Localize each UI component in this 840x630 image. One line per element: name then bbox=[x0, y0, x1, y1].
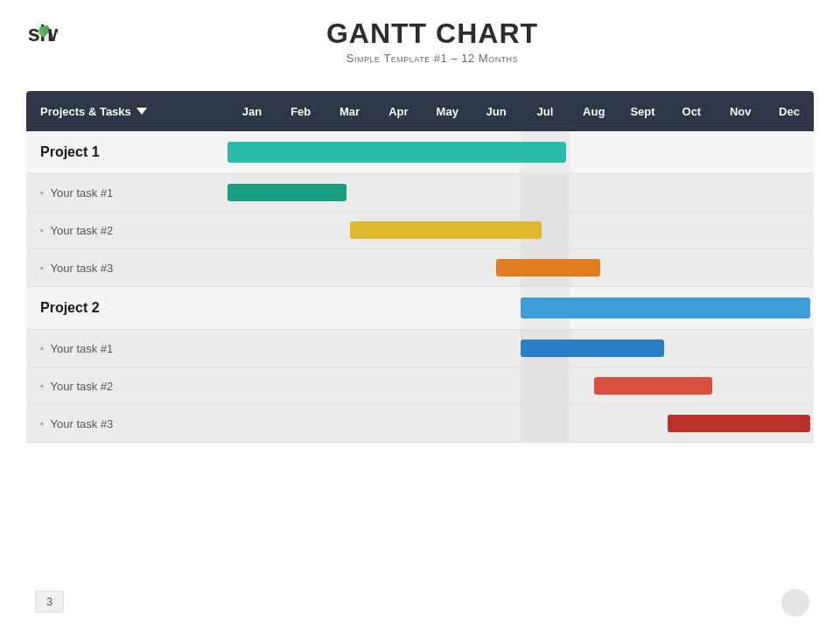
shade-col bbox=[521, 405, 570, 442]
title-block: Gantt Chart Simple Template #1 – 12 Mont… bbox=[60, 18, 805, 65]
svg-text:weet: weet bbox=[47, 21, 58, 46]
bullet-icon: • bbox=[40, 382, 44, 391]
project-bars bbox=[228, 131, 814, 173]
task-row: • Your task #2 bbox=[26, 368, 814, 405]
header: sh weet Gantt Chart Simple Template #1 –… bbox=[0, 0, 840, 74]
page-number: 3 bbox=[35, 591, 64, 612]
logo: sh weet bbox=[26, 18, 60, 49]
watermark bbox=[781, 589, 809, 617]
month-header-nov: Nov bbox=[716, 105, 765, 118]
task-label: • Your task #3 bbox=[26, 417, 228, 430]
project-row-1: Project 1 bbox=[26, 131, 814, 174]
shade-col bbox=[521, 368, 570, 404]
bullet-icon: • bbox=[40, 226, 44, 235]
task-bar bbox=[594, 377, 713, 395]
gantt-container: Projects & Tasks JanFebMarAprMayJunJulAu… bbox=[26, 91, 814, 443]
task-bars-container bbox=[228, 405, 814, 442]
month-header-jul: Jul bbox=[521, 105, 570, 118]
task-bar bbox=[521, 340, 664, 357]
month-header-oct: Oct bbox=[667, 105, 716, 118]
bullet-icon: • bbox=[40, 344, 44, 354]
task-label: • Your task #1 bbox=[26, 342, 228, 355]
projects-tasks-label: Projects & Tasks bbox=[40, 105, 131, 118]
task-label: • Your task #2 bbox=[26, 380, 228, 393]
bullet-icon: • bbox=[40, 263, 44, 273]
month-header-jan: Jan bbox=[228, 105, 276, 118]
month-header-apr: Apr bbox=[374, 105, 423, 118]
task-label: • Your task #2 bbox=[26, 224, 228, 237]
chart-title: Gantt Chart bbox=[60, 18, 805, 50]
shade-col bbox=[521, 174, 570, 211]
month-header-may: May bbox=[423, 105, 472, 118]
task-bars-container bbox=[228, 174, 814, 211]
filter-icon[interactable] bbox=[136, 108, 147, 115]
month-header-feb: Feb bbox=[276, 105, 326, 118]
project-row-2: Project 2 bbox=[26, 287, 814, 330]
gantt-body: Project 1• Your task #1• Your task #2• Y… bbox=[26, 131, 814, 443]
task-row: • Your task #1 bbox=[26, 330, 814, 368]
task-bars-container bbox=[228, 368, 814, 404]
gantt-main: Projects & Tasks JanFebMarAprMayJunJulAu… bbox=[0, 74, 840, 452]
gantt-header: Projects & Tasks JanFebMarAprMayJunJulAu… bbox=[26, 91, 814, 131]
month-header-mar: Mar bbox=[326, 105, 374, 118]
task-bars-container bbox=[228, 249, 814, 286]
project-label: Project 1 bbox=[26, 144, 228, 160]
task-row: • Your task #3 bbox=[26, 405, 814, 443]
gantt-months: JanFebMarAprMayJunJulAugSeptOctNovDec bbox=[228, 105, 814, 118]
task-label: • Your task #1 bbox=[26, 186, 228, 200]
task-row: • Your task #3 bbox=[26, 249, 814, 287]
chart-subtitle: Simple Template #1 – 12 Months bbox=[60, 52, 805, 65]
logo-icon: sh weet bbox=[26, 18, 58, 49]
task-bar bbox=[668, 415, 811, 432]
bullet-icon: • bbox=[40, 419, 44, 429]
bullet-icon: • bbox=[40, 188, 44, 198]
month-header-sept: Sept bbox=[619, 105, 668, 118]
task-bar bbox=[521, 298, 810, 318]
month-header-aug: Aug bbox=[570, 105, 619, 118]
task-bar bbox=[228, 184, 346, 201]
task-bar bbox=[496, 259, 600, 276]
header-label-col: Projects & Tasks bbox=[26, 105, 228, 118]
task-bar bbox=[350, 221, 542, 239]
month-header-dec: Dec bbox=[765, 105, 814, 118]
task-row: • Your task #1 bbox=[26, 174, 814, 212]
project-bars bbox=[228, 287, 814, 329]
task-bar bbox=[228, 142, 566, 163]
task-row: • Your task #2 bbox=[26, 212, 814, 249]
task-bars-container bbox=[228, 330, 814, 367]
month-header-jun: Jun bbox=[472, 105, 521, 118]
project-label: Project 2 bbox=[26, 300, 228, 316]
task-bars-container bbox=[228, 212, 814, 248]
task-label: • Your task #3 bbox=[26, 262, 228, 275]
